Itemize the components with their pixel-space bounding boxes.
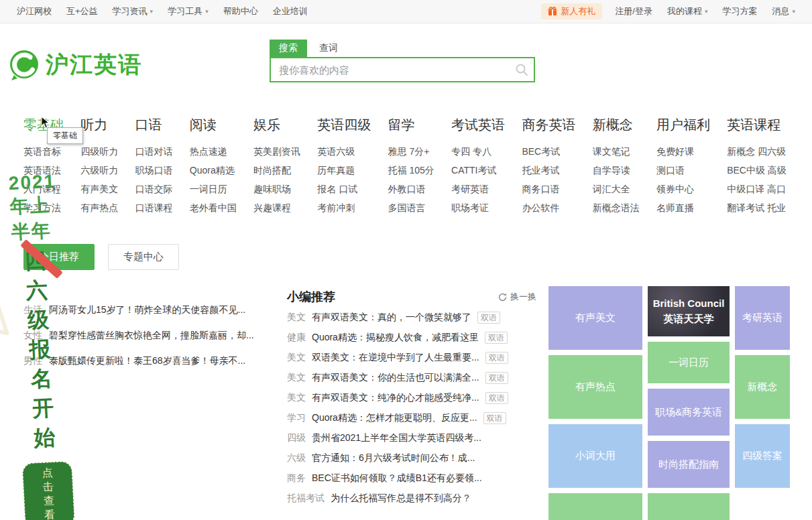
feed-item[interactable]: 美文 有声双语美文：纯净的心才能感受纯净... 双语 <box>287 388 536 408</box>
category-title[interactable]: 听力 <box>80 116 118 134</box>
topbar-nav-item[interactable]: 学习资讯 ▾ <box>113 5 154 17</box>
category-link[interactable]: 翻译考试 托业 <box>727 198 787 217</box>
promo-tile[interactable] <box>548 493 642 520</box>
category-link[interactable]: 自学导读 <box>593 161 640 180</box>
feed-item[interactable]: 美文 有声双语美文：你的生活也可以满满全... 双语 <box>287 368 536 388</box>
news-item[interactable]: 生活 阿汤哥女儿15岁了！萌炸全球的天使容颜不见... <box>23 297 270 322</box>
category-link[interactable]: 口语对话 <box>135 142 173 161</box>
topbar-user-item[interactable]: 我的课程 ▾ <box>667 5 708 17</box>
category-link[interactable]: Quora精选 <box>190 161 237 180</box>
feed-item[interactable]: 学习 Quora精选：怎样才能更聪明、反应更... 双语 <box>287 408 536 428</box>
category-link[interactable]: 课文笔记 <box>593 142 640 161</box>
category-link[interactable]: 英美剧资讯 <box>253 142 300 161</box>
category-link[interactable]: 热点速递 <box>190 142 237 161</box>
tab-search[interactable]: 搜索 <box>270 40 307 57</box>
category-link[interactable]: 趣味职场 <box>253 180 300 198</box>
category-link[interactable]: 托福 105分 <box>388 161 434 180</box>
category-link[interactable]: 报名 口试 <box>317 180 371 198</box>
feed-item[interactable]: 四级 贵州省2021上半年全国大学英语四级考... <box>287 428 536 448</box>
category-link[interactable]: 口语课程 <box>135 198 173 217</box>
feed-item[interactable]: 托福考试 为什么托福写作总是得不到高分？ <box>287 489 536 509</box>
topbar-nav-item[interactable]: 互+公益 <box>66 5 98 17</box>
category-title[interactable]: 娱乐 <box>253 116 300 134</box>
search-icon[interactable] <box>515 63 528 76</box>
category-link[interactable]: 多国语言 <box>388 198 434 217</box>
feed-item[interactable]: 美文 双语美文：在逆境中学到了人生最重要... 双语 <box>287 348 536 368</box>
category-title[interactable]: 商务英语 <box>522 116 575 134</box>
category-link[interactable]: 英语六级 <box>317 142 371 161</box>
category-title[interactable]: 考试英语 <box>451 116 505 134</box>
topbar-nav-item[interactable]: 企业培训 <box>273 5 308 17</box>
category-link[interactable]: 六级听力 <box>80 161 118 180</box>
feed-item[interactable]: 商务 BEC证书如何领取？成绩B1还有必要领... <box>287 468 536 489</box>
topbar-user-item[interactable]: 消息 ▾ <box>772 5 795 17</box>
promo-tile[interactable]: 有声热点 <box>548 355 642 419</box>
category-link[interactable]: 免费好课 <box>656 142 710 161</box>
news-item[interactable]: 女性 碧梨穿性感蕾丝胸衣惊艳全网，撞脸斯嘉丽，却... <box>23 322 270 348</box>
category-title[interactable]: 英语课程 <box>727 116 787 134</box>
category-link[interactable]: 考前冲刺 <box>317 198 371 217</box>
feed-item[interactable]: 健康 Quora精选：揭秘瘦人饮食，减肥看这里 双语 <box>287 328 536 348</box>
category-link[interactable]: 考研英语 <box>451 180 505 198</box>
search-input[interactable] <box>270 57 535 82</box>
news-item[interactable]: 男性 泰版甄嬛传更新啦！泰王68岁喜当爹！母亲不... <box>23 348 270 373</box>
category-link[interactable]: 测口语 <box>656 161 710 180</box>
category-link[interactable]: 雅思 7分+ <box>388 142 434 161</box>
promo-tile[interactable]: 有声美文 <box>548 286 642 350</box>
category-link[interactable]: 名师直播 <box>656 198 710 217</box>
category-title[interactable]: 口语 <box>135 116 173 134</box>
category-link[interactable]: 历年真题 <box>317 161 371 180</box>
category-link[interactable]: 口语交际 <box>135 180 173 198</box>
category-link[interactable]: 老外看中国 <box>190 198 237 217</box>
tab-topic-center[interactable]: 专题中心 <box>108 244 179 270</box>
topbar-user-item[interactable]: 注册/登录 <box>615 5 652 17</box>
promo-tile[interactable]: 时尚搭配指南 <box>648 441 730 488</box>
category-link[interactable]: 专四 专八 <box>451 142 505 161</box>
category-link[interactable]: 外教口语 <box>388 180 434 198</box>
category-title[interactable]: 用户福利 <box>656 116 710 134</box>
category-link[interactable]: 中级口译 高口 <box>727 180 787 198</box>
feed-item[interactable]: 美文 有声双语美文：真的，一个微笑就够了 双语 <box>287 308 536 328</box>
promo-tile[interactable]: 小词大用 <box>548 424 642 488</box>
logo[interactable]: 沪江英语 <box>8 49 270 81</box>
category-link[interactable]: 四级听力 <box>80 142 118 161</box>
category-title[interactable]: 阅读 <box>190 116 237 134</box>
category-nav: 零基础 零基础 英语音标 英语语法 入门课程 学习方法 听力 四级听力 六级听力… <box>0 107 812 217</box>
promo-tile[interactable] <box>648 493 730 520</box>
topbar-nav-item[interactable]: 学习工具 ▾ <box>168 5 209 17</box>
category-link[interactable]: 职场考证 <box>451 198 505 217</box>
category-link[interactable]: 商务口语 <box>522 180 575 198</box>
category-link[interactable]: 兴趣课程 <box>253 198 300 217</box>
category-link[interactable]: 领券中心 <box>656 180 710 198</box>
category-title[interactable]: 新概念 <box>593 116 640 134</box>
category-link[interactable]: BEC中级 高级 <box>727 161 787 180</box>
topbar-nav-item[interactable]: 沪江网校 <box>17 5 52 17</box>
category-link[interactable]: 职场口语 <box>135 161 173 180</box>
promo-tile[interactable]: British Council 英语天天学 <box>648 286 730 336</box>
promo-tile[interactable]: 四级答案 <box>735 424 790 488</box>
newbie-gift-badge[interactable]: 新人有礼 <box>541 3 602 19</box>
category-link[interactable]: 新概念 四六级 <box>727 142 787 161</box>
category-title[interactable]: 留学 <box>388 116 434 134</box>
category-link[interactable]: 时尚搭配 <box>253 161 300 180</box>
promo-tile[interactable]: 考研英语 <box>735 286 790 350</box>
category-link[interactable]: 新概念语法 <box>593 198 640 217</box>
tab-dictionary[interactable]: 查词 <box>310 40 347 57</box>
category-link[interactable]: 一词日历 <box>190 180 237 198</box>
category-link[interactable]: 英语音标 <box>23 142 64 161</box>
promo-tile[interactable]: 职场&商务英语 <box>648 389 730 436</box>
topbar-nav-item[interactable]: 帮助中心 <box>223 5 258 17</box>
category-link[interactable]: 有声美文 <box>80 180 118 198</box>
promo-tile[interactable]: 新概念 <box>735 355 790 419</box>
feed-item[interactable]: 六级 官方通知：6月六级考试时间公布！成... <box>287 448 536 468</box>
topbar-user-item[interactable]: 学习方案 <box>722 5 757 17</box>
category-title[interactable]: 英语四级 <box>317 116 371 134</box>
category-link[interactable]: CATTI考试 <box>451 161 505 180</box>
category-link[interactable]: 词汇大全 <box>593 180 640 198</box>
promo-tile[interactable]: 一词日历 <box>648 342 730 383</box>
category-link[interactable]: 有声热点 <box>80 198 118 217</box>
category-link[interactable]: 托业考试 <box>522 161 575 180</box>
refresh-link[interactable]: 换一换 <box>498 291 536 303</box>
category-link[interactable]: BEC考试 <box>522 142 575 161</box>
category-link[interactable]: 办公软件 <box>522 198 575 217</box>
